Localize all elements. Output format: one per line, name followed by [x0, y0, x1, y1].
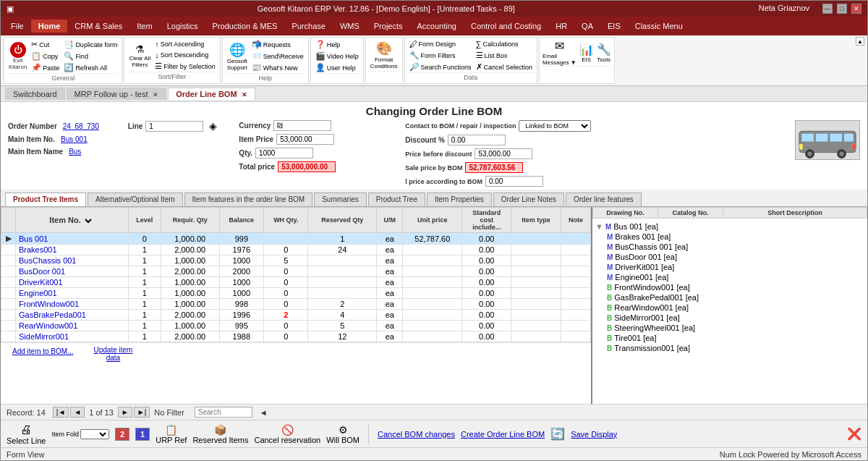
geosoft-support-btn[interactable]: 🌐 GeosoftSupport — [226, 41, 249, 72]
tab-switchboard[interactable]: Switchboard — [5, 88, 65, 100]
save-display-btn[interactable]: Save Display — [571, 430, 617, 439]
tab-order-line-bom[interactable]: Order Line BOM ✕ — [168, 88, 255, 100]
tools-btn[interactable]: 🔧 Tools — [597, 43, 611, 63]
cut-btn[interactable]: ✂Cut — [30, 39, 61, 50]
find-btn[interactable]: 🔍Find — [62, 51, 119, 62]
filter-by-selection-btn[interactable]: ☰Filter by Selection — [153, 61, 217, 72]
cell-item-no[interactable]: Bus 001 — [16, 233, 129, 245]
table-row[interactable]: Brakes001 1 2,000.00 1976 0 24 ea 0.00 — [1, 245, 591, 255]
ribbon-expand-btn[interactable]: ▲ — [856, 37, 864, 46]
form-filters-btn[interactable]: 🔧Form Filters — [408, 50, 473, 61]
table-row[interactable]: SideMirror001 1 2,000.00 1988 0 12 ea 0.… — [1, 331, 591, 342]
table-row[interactable]: BusChassis 001 1 1,000.00 1000 5 ea 0.00 — [1, 255, 591, 266]
cancel-bom-changes-btn[interactable]: Cancel BOM changes — [378, 430, 455, 439]
nav-first-btn[interactable]: |◄ — [53, 407, 69, 418]
table-row[interactable]: BusDoor 001 1 2,000.00 2000 0 ea 0.00 — [1, 266, 591, 277]
menu-file[interactable]: File — [4, 20, 31, 33]
clear-filters-btn[interactable]: ⚗ Clear AllFilters — [127, 42, 152, 69]
cancel-reservation-btn[interactable]: 🚫 Cancel reservation — [254, 424, 320, 444]
sub-tab-order-line-features[interactable]: Order line features — [566, 193, 642, 206]
format-conditions-btn[interactable]: 🎨 FormatConditions — [369, 39, 399, 71]
nav-last-btn[interactable]: ►| — [134, 407, 150, 418]
exit-kitaron-btn[interactable]: ⏻ ExitKitaron — [7, 41, 28, 72]
cell-item-no[interactable]: BusChassis 001 — [16, 255, 129, 266]
item-no-filter[interactable]: ▼ — [82, 217, 94, 225]
update-item-link[interactable]: Update itemdata — [93, 346, 132, 362]
menu-item[interactable]: Item — [129, 20, 159, 33]
tab-order-bom-close[interactable]: ✕ — [242, 91, 247, 98]
tab-mrp[interactable]: MRP Follow up - test ✕ — [67, 88, 167, 100]
menu-eis[interactable]: EIS — [600, 20, 628, 33]
item-fold-select[interactable] — [80, 429, 109, 439]
sub-tab-order-line-notes[interactable]: Order Line Notes — [493, 193, 564, 206]
requests-btn[interactable]: 📬Requests — [250, 39, 305, 50]
table-row[interactable]: GasBrakePeda001 1 2,000.00 1996 2 4 ea 0… — [1, 310, 591, 321]
sub-tab-summaries[interactable]: Summaries — [314, 193, 367, 206]
duplicate-form-btn[interactable]: 📑Duplicate form — [62, 39, 119, 50]
sub-tab-product-tree[interactable]: Product Tree — [368, 193, 425, 206]
print-btn[interactable]: 🖨 Select Line — [7, 423, 46, 445]
copy-btn[interactable]: 📋Copy — [30, 51, 61, 62]
user-help-btn[interactable]: 👤User Help — [314, 62, 360, 73]
menu-control[interactable]: Control and Costing — [464, 20, 548, 33]
form-design-btn[interactable]: 🖊Form Design — [408, 39, 473, 49]
main-item-no-value[interactable]: Bus 001 — [58, 135, 116, 144]
sub-tab-item-features[interactable]: Item features in the order line BOM — [184, 193, 313, 206]
menu-production[interactable]: Production & MES — [205, 20, 285, 33]
reserved-items-btn[interactable]: 📦 Reserved Items — [192, 424, 248, 444]
sub-tab-alternative[interactable]: Alternative/Optional Item — [88, 193, 183, 206]
send-receive-btn[interactable]: 📨Send\Receive — [250, 51, 305, 62]
calculations-btn[interactable]: ∑Calculations — [475, 39, 535, 49]
num1-badge[interactable]: 2 — [115, 428, 129, 441]
paste-btn[interactable]: 📌Paste — [30, 62, 61, 73]
close-btn-bottom[interactable]: ❌ — [847, 427, 861, 441]
close-btn[interactable]: ✕ — [851, 4, 861, 14]
sub-tab-product-tree-items[interactable]: Product Tree Items — [5, 193, 86, 206]
refresh-all-btn[interactable]: 🔄Refresh All — [62, 62, 119, 73]
table-row[interactable]: Engine001 1 1,000.00 1000 0 ea 0.00 — [1, 288, 591, 299]
titlebar-controls[interactable]: Neta Griaznov — □ ✕ — [759, 4, 861, 14]
email-messages-btn[interactable]: ✉ EmailMessages ▼ — [542, 39, 576, 66]
cell-item-no[interactable]: Engine001 — [16, 288, 129, 299]
table-row[interactable]: DriverKit001 1 1,000.00 1000 0 ea 0.00 — [1, 277, 591, 288]
nav-next-btn[interactable]: ► — [118, 407, 132, 418]
create-order-bom-btn[interactable]: Create Order Line BOM — [461, 430, 545, 439]
cell-item-no[interactable]: RearWindow001 — [16, 321, 129, 331]
sub-tab-item-properties[interactable]: Item Properties — [427, 193, 492, 206]
tab-mrp-close[interactable]: ✕ — [153, 91, 158, 98]
sort-desc-btn[interactable]: ↓Sort Descending — [153, 50, 217, 60]
table-row[interactable]: ▶ Bus 001 0 1,000.00 999 1 ea 52,787.60 … — [1, 233, 591, 245]
cell-item-no[interactable]: GasBrakePeda001 — [16, 310, 129, 321]
num2-badge[interactable]: 1 — [135, 428, 150, 441]
video-help-btn[interactable]: 🎬Video Help — [314, 51, 360, 62]
nav-prev-btn[interactable]: ◄ — [70, 407, 85, 418]
table-row[interactable]: FrontWindow001 1 1,000.00 998 0 2 ea 0.0… — [1, 299, 591, 310]
search-input[interactable] — [195, 407, 252, 418]
menu-projects[interactable]: Projects — [367, 20, 410, 33]
menu-logistics[interactable]: Logistics — [160, 20, 205, 33]
menu-purchase[interactable]: Purchase — [284, 20, 332, 33]
eis-btn[interactable]: 📊 EIS — [579, 43, 594, 63]
cancel-selection-btn[interactable]: ✗Cancel Selection — [475, 62, 535, 72]
menu-hr[interactable]: HR — [548, 20, 574, 33]
qty-value[interactable]: 1000 — [255, 148, 313, 158]
menu-crm[interactable]: CRM & Sales — [67, 20, 129, 33]
line-nav-btn[interactable]: ◈ — [209, 120, 217, 132]
cell-item-no[interactable]: BusDoor 001 — [16, 266, 129, 277]
sort-asc-btn[interactable]: ↑Sort Ascending — [153, 39, 217, 49]
menu-qa[interactable]: QA — [574, 20, 600, 33]
cell-item-no[interactable]: DriverKit001 — [16, 277, 129, 288]
menu-wms[interactable]: WMS — [333, 20, 367, 33]
col-item-no[interactable]: Item No. ▼ — [16, 208, 129, 233]
table-row[interactable]: RearWindow001 1 1,000.00 995 0 5 ea 0.00 — [1, 321, 591, 331]
main-item-name-value[interactable]: Bus — [66, 147, 124, 156]
cell-item-no[interactable]: SideMirror001 — [16, 331, 129, 342]
add-item-to-bom-link[interactable]: Add item to BOM... — [7, 346, 79, 362]
cell-item-no[interactable]: FrontWindow001 — [16, 299, 129, 310]
whats-new-btn[interactable]: 📰What's New — [250, 62, 305, 73]
minimize-btn[interactable]: — — [822, 4, 833, 14]
help-btn[interactable]: ❓Help — [314, 39, 360, 50]
menu-classic[interactable]: Classic Menu — [628, 20, 690, 33]
menu-accounting[interactable]: Accounting — [410, 20, 464, 33]
list-box-btn[interactable]: ☰List Box — [475, 50, 535, 61]
